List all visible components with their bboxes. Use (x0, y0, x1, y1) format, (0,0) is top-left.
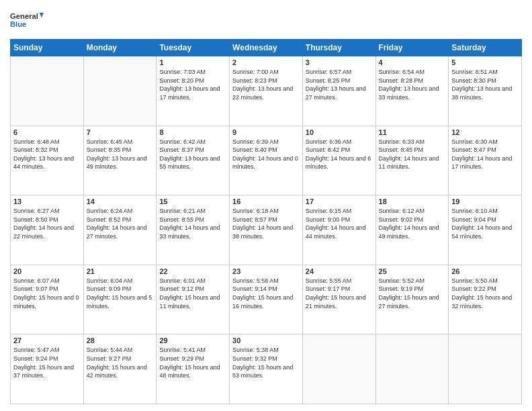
calendar-week-row: 13Sunrise: 6:27 AM Sunset: 8:50 PM Dayli… (11, 195, 522, 265)
calendar-cell: 5Sunrise: 6:51 AM Sunset: 8:30 PM Daylig… (449, 56, 522, 126)
day-info: Sunrise: 6:27 AM Sunset: 8:50 PM Dayligh… (13, 207, 81, 240)
calendar-cell: 12Sunrise: 6:30 AM Sunset: 8:47 PM Dayli… (449, 126, 522, 195)
calendar-cell: 17Sunrise: 6:15 AM Sunset: 9:00 PM Dayli… (302, 195, 375, 265)
day-number: 2 (232, 58, 300, 66)
day-number: 8 (159, 128, 226, 136)
calendar-cell: 23Sunrise: 5:58 AM Sunset: 9:14 PM Dayli… (230, 265, 303, 334)
weekday-header: Sunday (11, 40, 84, 56)
calendar-cell: 8Sunrise: 6:42 AM Sunset: 8:37 PM Daylig… (157, 126, 230, 195)
day-number: 25 (379, 267, 446, 275)
calendar-cell: 24Sunrise: 5:55 AM Sunset: 9:17 PM Dayli… (302, 265, 375, 334)
calendar-cell: 11Sunrise: 6:33 AM Sunset: 8:45 PM Dayli… (375, 126, 449, 195)
calendar-cell: 29Sunrise: 5:41 AM Sunset: 9:29 PM Dayli… (157, 334, 230, 404)
weekday-header: Wednesday (230, 40, 303, 56)
day-number: 1 (159, 58, 226, 66)
day-number: 4 (379, 58, 446, 66)
weekday-header: Tuesday (157, 40, 230, 56)
calendar-cell: 13Sunrise: 6:27 AM Sunset: 8:50 PM Dayli… (11, 195, 84, 265)
svg-text:Blue: Blue (10, 20, 26, 28)
day-info: Sunrise: 6:18 AM Sunset: 8:57 PM Dayligh… (232, 207, 300, 240)
day-number: 15 (159, 197, 226, 205)
day-info: Sunrise: 5:44 AM Sunset: 9:27 PM Dayligh… (87, 346, 154, 379)
calendar-cell: 20Sunrise: 6:07 AM Sunset: 9:07 PM Dayli… (11, 265, 84, 334)
calendar-cell: 2Sunrise: 7:00 AM Sunset: 8:23 PM Daylig… (230, 56, 303, 126)
day-info: Sunrise: 6:21 AM Sunset: 8:55 PM Dayligh… (159, 207, 226, 240)
day-info: Sunrise: 6:57 AM Sunset: 8:25 PM Dayligh… (306, 68, 373, 101)
logo-svg: General Blue (10, 7, 44, 34)
calendar-cell: 14Sunrise: 6:24 AM Sunset: 8:52 PM Dayli… (83, 195, 157, 265)
day-number: 18 (379, 197, 446, 205)
logo: General Blue (10, 7, 44, 34)
calendar-cell: 19Sunrise: 6:10 AM Sunset: 9:04 PM Dayli… (449, 195, 522, 265)
weekday-header: Thursday (302, 40, 375, 56)
calendar-cell: 7Sunrise: 6:45 AM Sunset: 8:35 PM Daylig… (83, 126, 157, 195)
svg-text:General: General (10, 12, 38, 20)
day-info: Sunrise: 6:15 AM Sunset: 9:00 PM Dayligh… (306, 207, 373, 240)
calendar-week-row: 1Sunrise: 7:03 AM Sunset: 8:20 PM Daylig… (11, 56, 522, 126)
calendar-cell (83, 56, 157, 126)
weekday-header-row: SundayMondayTuesdayWednesdayThursdayFrid… (11, 40, 522, 56)
day-number: 22 (159, 267, 226, 275)
calendar-cell: 10Sunrise: 6:36 AM Sunset: 8:42 PM Dayli… (302, 126, 375, 195)
day-info: Sunrise: 6:42 AM Sunset: 8:37 PM Dayligh… (159, 138, 226, 171)
day-number: 23 (232, 267, 300, 275)
day-number: 12 (451, 128, 519, 136)
day-info: Sunrise: 6:51 AM Sunset: 8:30 PM Dayligh… (451, 68, 519, 101)
calendar-cell: 4Sunrise: 6:54 AM Sunset: 8:28 PM Daylig… (375, 56, 449, 126)
day-number: 30 (232, 336, 300, 345)
day-info: Sunrise: 6:36 AM Sunset: 8:42 PM Dayligh… (306, 138, 373, 171)
day-number: 11 (379, 128, 446, 136)
day-info: Sunrise: 6:10 AM Sunset: 9:04 PM Dayligh… (451, 207, 519, 240)
page: General Blue SundayMondayTuesdayWednesda… (0, 0, 532, 411)
calendar-cell: 28Sunrise: 5:44 AM Sunset: 9:27 PM Dayli… (83, 334, 157, 404)
calendar-week-row: 6Sunrise: 6:48 AM Sunset: 8:32 PM Daylig… (11, 126, 522, 195)
day-info: Sunrise: 6:54 AM Sunset: 8:28 PM Dayligh… (379, 68, 446, 101)
day-number: 26 (451, 267, 519, 275)
calendar-cell (449, 334, 522, 404)
calendar-cell: 9Sunrise: 6:39 AM Sunset: 8:40 PM Daylig… (230, 126, 303, 195)
calendar-cell: 21Sunrise: 6:04 AM Sunset: 9:09 PM Dayli… (83, 265, 157, 334)
day-number: 14 (87, 197, 154, 205)
day-info: Sunrise: 5:38 AM Sunset: 9:32 PM Dayligh… (232, 346, 300, 379)
day-info: Sunrise: 5:47 AM Sunset: 9:24 PM Dayligh… (13, 346, 81, 379)
calendar-cell (302, 334, 375, 404)
day-info: Sunrise: 6:04 AM Sunset: 9:09 PM Dayligh… (87, 277, 154, 310)
weekday-header: Friday (375, 40, 449, 56)
calendar-cell: 15Sunrise: 6:21 AM Sunset: 8:55 PM Dayli… (157, 195, 230, 265)
day-info: Sunrise: 6:01 AM Sunset: 9:12 PM Dayligh… (159, 277, 226, 310)
calendar-table: SundayMondayTuesdayWednesdayThursdayFrid… (10, 39, 522, 404)
day-info: Sunrise: 6:33 AM Sunset: 8:45 PM Dayligh… (379, 138, 446, 171)
day-number: 27 (13, 336, 81, 345)
day-info: Sunrise: 5:58 AM Sunset: 9:14 PM Dayligh… (232, 277, 300, 310)
day-info: Sunrise: 6:07 AM Sunset: 9:07 PM Dayligh… (13, 277, 81, 310)
day-number: 21 (87, 267, 154, 275)
day-number: 16 (232, 197, 300, 205)
calendar-cell: 6Sunrise: 6:48 AM Sunset: 8:32 PM Daylig… (11, 126, 84, 195)
calendar-cell: 30Sunrise: 5:38 AM Sunset: 9:32 PM Dayli… (230, 334, 303, 404)
calendar-cell: 1Sunrise: 7:03 AM Sunset: 8:20 PM Daylig… (157, 56, 230, 126)
day-number: 28 (87, 336, 154, 345)
day-number: 24 (306, 267, 373, 275)
day-number: 7 (87, 128, 154, 136)
header: General Blue (10, 7, 522, 34)
day-info: Sunrise: 5:52 AM Sunset: 9:19 PM Dayligh… (379, 277, 446, 310)
svg-marker-2 (40, 13, 44, 17)
day-info: Sunrise: 6:24 AM Sunset: 8:52 PM Dayligh… (87, 207, 154, 240)
day-info: Sunrise: 6:30 AM Sunset: 8:47 PM Dayligh… (451, 138, 519, 171)
calendar-week-row: 20Sunrise: 6:07 AM Sunset: 9:07 PM Dayli… (11, 265, 522, 334)
calendar-cell: 26Sunrise: 5:50 AM Sunset: 9:22 PM Dayli… (449, 265, 522, 334)
day-number: 13 (13, 197, 81, 205)
day-number: 19 (451, 197, 519, 205)
day-info: Sunrise: 6:39 AM Sunset: 8:40 PM Dayligh… (232, 138, 300, 171)
calendar-cell (11, 56, 84, 126)
weekday-header: Saturday (449, 40, 522, 56)
calendar-cell: 25Sunrise: 5:52 AM Sunset: 9:19 PM Dayli… (375, 265, 449, 334)
day-info: Sunrise: 5:41 AM Sunset: 9:29 PM Dayligh… (159, 346, 226, 379)
day-info: Sunrise: 7:03 AM Sunset: 8:20 PM Dayligh… (159, 68, 226, 101)
calendar-cell: 27Sunrise: 5:47 AM Sunset: 9:24 PM Dayli… (11, 334, 84, 404)
day-number: 9 (232, 128, 300, 136)
day-number: 29 (159, 336, 226, 345)
calendar-cell: 3Sunrise: 6:57 AM Sunset: 8:25 PM Daylig… (302, 56, 375, 126)
day-info: Sunrise: 6:48 AM Sunset: 8:32 PM Dayligh… (13, 138, 81, 171)
day-number: 5 (451, 58, 519, 66)
